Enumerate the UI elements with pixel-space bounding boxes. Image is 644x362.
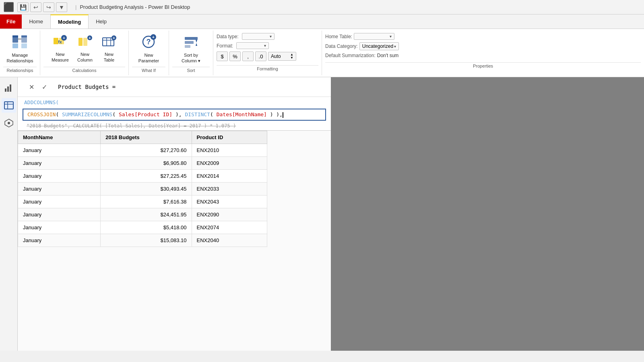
summarization-value: Don't sum <box>377 53 399 58</box>
new-column-label: NewColumn <box>77 52 93 62</box>
new-parameter-svg: ? + <box>140 34 157 50</box>
cell-product: ENX2074 <box>192 221 267 234</box>
sidebar-icon-relationships[interactable] <box>2 116 16 130</box>
calculations-group-label: Calculations <box>43 67 125 74</box>
auto-spinner[interactable]: Auto ▲ ▼ <box>268 52 296 61</box>
dim-line-text: "2018 Budgets", CALCULATE( [Total Sales]… <box>27 123 236 129</box>
datatype-dropdown[interactable]: ▾ <box>242 33 275 40</box>
new-column-svg: + <box>78 35 92 49</box>
cell-product: ENX2033 <box>192 182 267 195</box>
formula-controls: ✕ ✓ <box>23 80 53 94</box>
sort-by-column-icon <box>183 34 199 52</box>
datacategory-label: Data Category: <box>325 43 358 49</box>
new-column-button[interactable]: + NewColumn <box>74 33 95 64</box>
ribbon: Manage Relationships Relationships fx + … <box>0 29 644 77</box>
svg-rect-32 <box>7 86 9 92</box>
cell-month: January <box>18 234 101 247</box>
cell-budget: $24,451.95 <box>101 208 192 221</box>
decimal-format-button[interactable]: .0 <box>255 51 266 61</box>
tab-help[interactable]: Help <box>89 14 114 29</box>
svg-rect-4 <box>21 35 27 37</box>
formula-highlighted-line[interactable]: CROSSJOIN( SUMMARIZECOLUMNS( Sales[Produ… <box>23 109 326 121</box>
cell-budget: $15,083.10 <box>101 234 192 247</box>
table-row[interactable]: January $6,905.80 ENX2009 <box>18 156 267 169</box>
title-bar: ⬛ 💾 ↩ ↪ ▼ | Product Budgeting Analysis -… <box>0 0 644 14</box>
new-table-svg: + <box>102 35 116 49</box>
col-header-budgets: 2018 Budgets <box>101 131 192 144</box>
sort-by-column-label: Sort byColumn ▾ <box>182 53 200 63</box>
formula-addcolumns: ADDCOLUMNS( <box>18 97 331 108</box>
confirm-formula-button[interactable]: ✓ <box>39 81 50 93</box>
formula-bar: ✕ ✓ Product Budgets = ADDCOLUMNS( CROSSJ… <box>18 77 331 131</box>
table-row[interactable]: January $5,418.00 ENX2074 <box>18 221 267 234</box>
table-row[interactable]: January $7,616.38 ENX2043 <box>18 195 267 208</box>
new-table-icon: + <box>102 35 116 51</box>
table-row[interactable]: January $30,493.45 ENX2033 <box>18 182 267 195</box>
percent-format-button[interactable]: % <box>229 51 241 61</box>
tab-file[interactable]: File <box>0 14 22 29</box>
svg-rect-1 <box>12 35 18 37</box>
comma-format-button[interactable]: , <box>242 51 254 61</box>
currency-format-button[interactable]: $ <box>217 51 228 61</box>
app-icon: ⬛ <box>3 2 14 12</box>
manage-relationships-label: Manage Relationships <box>6 53 33 63</box>
svg-text:+: + <box>63 36 66 40</box>
ribbon-group-properties: Home Table: ▾ Data Category: Uncategoriz… <box>322 31 644 75</box>
undo-button[interactable]: ↩ <box>30 2 41 12</box>
new-table-label: NewTable <box>104 52 114 62</box>
new-measure-button[interactable]: fx + NewMeasure <box>49 33 71 64</box>
tab-modeling[interactable]: Modeling <box>50 14 89 29</box>
spinner-arrows[interactable]: ▲ ▼ <box>290 53 293 60</box>
window-title: Product Budgeting Analysis - Power BI De… <box>80 4 190 10</box>
new-table-button[interactable]: + NewTable <box>99 33 120 64</box>
hometable-dropdown[interactable]: ▾ <box>354 33 394 40</box>
summarizecolumns-keyword: SUMMARIZECOLUMNS <box>62 111 112 117</box>
chart-icon <box>4 83 14 93</box>
format-dropdown[interactable]: ▾ <box>236 42 269 49</box>
main-content: ✕ ✓ Product Budgets = ADDCOLUMNS( CROSSJ… <box>0 77 644 351</box>
svg-text:+: + <box>89 36 91 40</box>
properties-group-label: Properties <box>325 62 641 69</box>
summarization-label: Default Summarization: <box>325 53 376 58</box>
svg-rect-7 <box>54 38 58 44</box>
manage-relationships-button[interactable]: Manage Relationships <box>4 32 35 65</box>
cancel-formula-button[interactable]: ✕ <box>26 81 37 93</box>
cell-budget: $5,418.00 <box>101 221 192 234</box>
crossjoin-keyword: CROSSJOIN <box>27 111 56 117</box>
formula-title: Product Budgets = <box>58 84 116 90</box>
new-parameter-button[interactable]: ? + NewParameter <box>136 32 161 65</box>
datacategory-dropdown[interactable]: Uncategorized ▾ <box>359 42 399 50</box>
ribbon-group-formatting: Data type: ▾ Format: ▾ $ % , <box>213 31 322 75</box>
sort-by-column-button[interactable]: Sort byColumn ▾ <box>179 32 203 65</box>
dropdown-button[interactable]: ▼ <box>56 2 67 12</box>
tab-home[interactable]: Home <box>22 14 50 29</box>
ribbon-group-whatif: ? + NewParameter What If <box>129 31 169 75</box>
quick-access-toolbar: 💾 ↩ ↪ ▼ <box>17 2 67 12</box>
svg-rect-31 <box>5 88 6 92</box>
dates-field: Dates[MonthName] <box>217 111 267 117</box>
svg-text:fx: fx <box>58 40 62 44</box>
svg-rect-13 <box>83 38 87 46</box>
svg-text:+: + <box>153 35 155 39</box>
ribbon-group-sort: Sort byColumn ▾ Sort <box>169 31 213 75</box>
whatif-group-label: What If <box>132 67 165 74</box>
cell-month: January <box>18 221 101 234</box>
col-header-monthname: MonthName <box>18 131 101 144</box>
menu-tabs: File Home Modeling Help <box>0 14 644 29</box>
redo-button[interactable]: ↪ <box>43 2 54 12</box>
sidebar-icon-chart[interactable] <box>2 80 16 95</box>
distinct-keyword: DISTINCT <box>185 111 210 117</box>
svg-rect-28 <box>185 45 190 48</box>
table-row[interactable]: January $15,083.10 ENX2040 <box>18 234 267 247</box>
table-row[interactable]: January $27,225.45 ENX2014 <box>18 169 267 182</box>
manage-relationships-icon <box>12 34 28 52</box>
datatype-chevron: ▾ <box>270 34 272 39</box>
save-button[interactable]: 💾 <box>17 2 29 12</box>
table-row[interactable]: January $24,451.95 ENX2090 <box>18 208 267 221</box>
svg-rect-5 <box>12 43 18 48</box>
svg-rect-34 <box>4 102 13 109</box>
sidebar-icon-table[interactable] <box>2 98 16 113</box>
table-row[interactable]: January $27,270.60 ENX2010 <box>18 144 267 156</box>
svg-marker-30 <box>196 43 197 46</box>
sort-group-label: Sort <box>172 67 210 74</box>
